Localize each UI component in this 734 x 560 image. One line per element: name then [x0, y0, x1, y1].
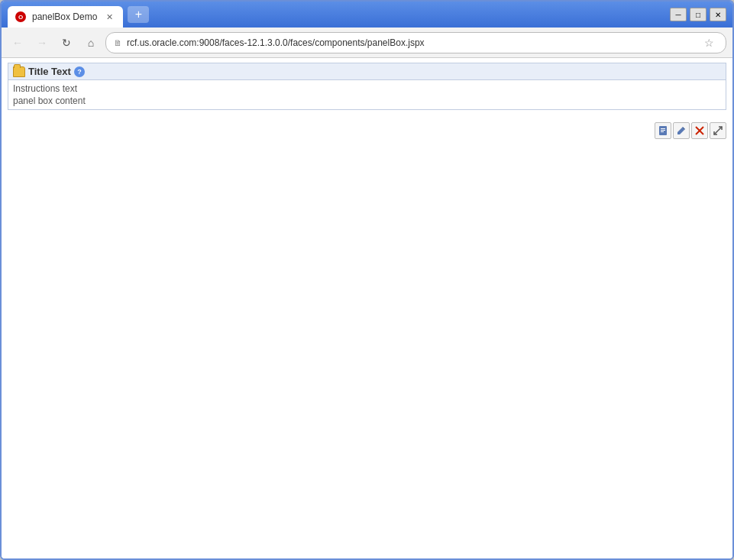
address-bar[interactable]	[127, 37, 700, 48]
report-button[interactable]	[655, 122, 671, 139]
browser-window: O panelBox Demo ✕ + ─ □ ✕ ←	[0, 0, 734, 560]
panel-toolbar	[655, 122, 726, 139]
reload-button[interactable]: ↻	[57, 33, 76, 53]
panel-box: Title Text ? Instructions text panel box…	[8, 63, 726, 110]
bookmark-button[interactable]: ☆	[700, 34, 718, 52]
help-icon[interactable]: ?	[74, 66, 85, 77]
maximize-button[interactable]: □	[690, 8, 707, 21]
panel-box-header: Title Text ?	[8, 63, 726, 79]
title-bar: O panelBox Demo ✕ + ─ □ ✕	[2, 2, 732, 28]
new-tab-button[interactable]: +	[128, 6, 149, 23]
svg-rect-2	[661, 130, 665, 131]
close-button[interactable]: ✕	[710, 8, 726, 21]
tab-title: panelBox Demo	[32, 11, 97, 22]
instructions-text: Instructions text	[13, 83, 721, 94]
svg-rect-1	[661, 128, 665, 129]
delete-icon	[694, 125, 705, 136]
address-bar-container: 🗎 ☆	[105, 32, 726, 53]
report-icon	[658, 125, 668, 136]
tab-favicon: O	[15, 11, 26, 22]
delete-button[interactable]	[691, 122, 708, 139]
address-bar-icon: 🗎	[114, 38, 122, 47]
active-tab[interactable]: O panelBox Demo ✕	[8, 6, 123, 28]
tab-close-button[interactable]: ✕	[103, 11, 115, 23]
panel-box-body: Instructions text panel box content	[8, 79, 726, 110]
edit-icon	[676, 125, 687, 136]
back-button[interactable]: ←	[8, 33, 27, 53]
content-text: panel box content	[13, 95, 721, 106]
minimize-button[interactable]: ─	[670, 8, 687, 21]
resize-button[interactable]	[710, 122, 726, 139]
svg-rect-3	[661, 131, 664, 132]
forward-button[interactable]: →	[32, 33, 52, 53]
window-controls: ─ □ ✕	[670, 8, 726, 21]
folder-icon	[13, 66, 25, 77]
resize-icon	[713, 125, 723, 136]
tab-area: O panelBox Demo ✕ +	[8, 2, 670, 28]
nav-bar: ← → ↻ ⌂ 🗎 ☆	[2, 28, 732, 58]
panel-title: Title Text	[28, 66, 71, 77]
edit-button[interactable]	[673, 122, 690, 139]
home-button[interactable]: ⌂	[81, 33, 101, 53]
page-content: Title Text ? Instructions text panel box…	[2, 58, 732, 558]
